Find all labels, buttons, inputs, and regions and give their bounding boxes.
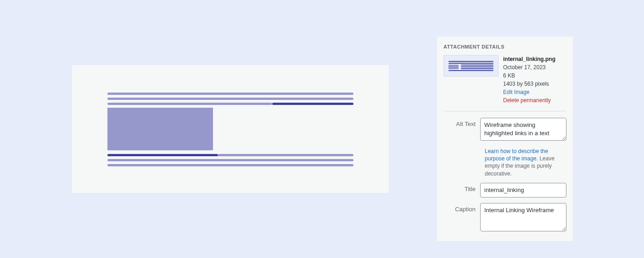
wf-text-line bbox=[107, 154, 353, 156]
caption-input[interactable] bbox=[480, 203, 566, 231]
attachment-dimensions: 1403 by 563 pixels bbox=[503, 80, 566, 88]
edit-image-link[interactable]: Edit Image bbox=[503, 88, 566, 96]
wf-text-line bbox=[107, 98, 353, 100]
caption-label: Caption bbox=[443, 203, 480, 233]
wf-text-line bbox=[107, 93, 353, 95]
wf-image-block bbox=[107, 108, 213, 150]
panel-heading: ATTACHMENT DETAILS bbox=[443, 44, 566, 49]
title-input[interactable] bbox=[480, 183, 566, 198]
attachment-filename: internal_linking.png bbox=[503, 55, 566, 63]
divider bbox=[443, 111, 566, 111]
wf-text-line bbox=[107, 103, 353, 105]
alt-text-input[interactable] bbox=[480, 118, 566, 141]
attachment-details-panel: ATTACHMENT DETAILS internal_linking.png … bbox=[437, 37, 573, 241]
wf-text-line bbox=[107, 159, 353, 161]
alt-text-help: Learn how to describe the purpose of the… bbox=[485, 148, 566, 177]
wf-text-line bbox=[107, 164, 353, 166]
attachment-thumbnail[interactable] bbox=[443, 55, 498, 77]
wireframe-preview bbox=[72, 65, 389, 193]
attachment-meta: internal_linking.png October 17, 2023 6 … bbox=[503, 55, 566, 104]
title-label: Title bbox=[443, 183, 480, 198]
attachment-date: October 17, 2023 bbox=[503, 63, 566, 71]
alt-text-label: Alt Text bbox=[443, 118, 480, 142]
delete-permanently-link[interactable]: Delete permanently bbox=[503, 96, 566, 104]
attachment-filesize: 6 KB bbox=[503, 71, 566, 80]
